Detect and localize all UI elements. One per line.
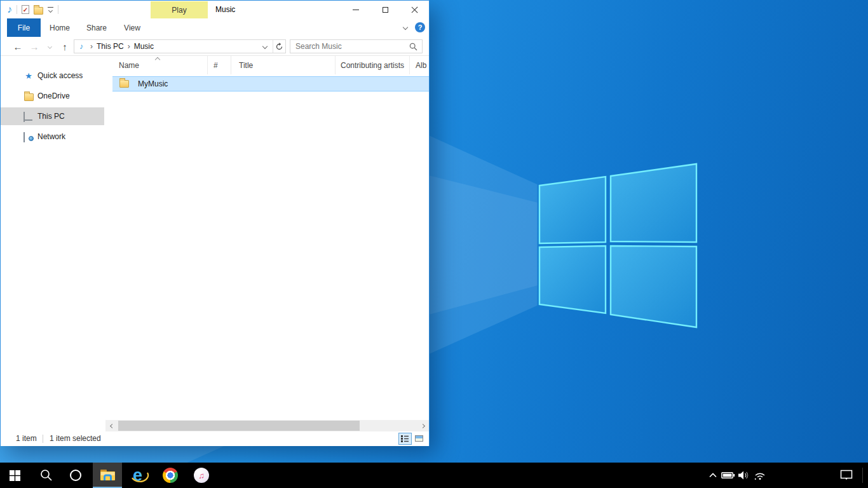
address-dropdown-icon[interactable] (257, 40, 273, 53)
sidebar-item-label: OneDrive (37, 92, 70, 100)
tab-file[interactable]: File (7, 18, 41, 37)
desktop: ♪ ✓ Play Music File Home Share Vi (0, 0, 868, 488)
sidebar-item-onedrive[interactable]: OneDrive (1, 87, 104, 105)
forward-icon: → (27, 37, 41, 56)
speaker-icon (738, 470, 749, 480)
scrollbar-thumb[interactable] (118, 421, 360, 431)
customize-qat-dropdown-icon[interactable] (48, 7, 53, 12)
refresh-icon[interactable] (273, 40, 285, 53)
search-input[interactable] (290, 42, 409, 51)
battery-tray-button[interactable] (721, 463, 736, 488)
network-tray-button[interactable] (752, 463, 768, 488)
back-icon[interactable]: ← (11, 37, 25, 56)
close-icon (411, 6, 418, 13)
column-header-contributing-artists[interactable]: Contributing artists (336, 56, 410, 74)
column-label: Contributing artists (341, 61, 404, 70)
internet-explorer-icon: e (130, 466, 149, 485)
search-box[interactable] (290, 39, 423, 53)
navigation-bar: ← → ↑ ♪ › This PC › Music (1, 37, 429, 56)
items-count: 1 item (16, 431, 37, 446)
recent-locations-icon[interactable] (44, 37, 55, 56)
sidebar-item-network[interactable]: Network (1, 128, 104, 146)
breadcrumb-this-pc[interactable]: This PC (97, 42, 124, 51)
maximize-icon (383, 7, 388, 13)
show-desktop-button[interactable] (862, 468, 863, 483)
breadcrumb-chevron-icon: › (128, 42, 130, 51)
status-bar: 1 item 1 item selected (1, 431, 429, 446)
column-label: Alb (416, 61, 426, 70)
file-explorer-icon (99, 468, 116, 482)
minimize-button[interactable] (341, 1, 370, 18)
separator (17, 5, 17, 14)
column-header-title[interactable]: Title (231, 56, 336, 74)
window-title: Music (215, 1, 235, 18)
chrome-icon (163, 468, 178, 483)
column-label: Name (119, 61, 139, 70)
file-name: MyMusic (138, 79, 168, 88)
chevron-up-icon (709, 471, 717, 479)
tab-home[interactable]: Home (45, 18, 74, 37)
chrome-button[interactable] (156, 463, 185, 488)
details-view-button[interactable] (398, 433, 412, 445)
minimize-icon (353, 10, 359, 10)
search-icon[interactable] (409, 43, 417, 51)
column-headers: Name # Title Contributing artists Alb (105, 56, 429, 74)
sidebar-item-label: This PC (37, 112, 65, 121)
scroll-left-icon[interactable] (107, 420, 117, 431)
file-explorer-window: ♪ ✓ Play Music File Home Share Vi (0, 0, 430, 446)
navigation-pane: ★ Quick access OneDrive This PC (1, 56, 105, 431)
properties-icon[interactable]: ✓ (22, 5, 29, 14)
up-icon[interactable]: ↑ (58, 37, 72, 56)
title-bar[interactable]: ♪ ✓ Play Music (1, 1, 429, 18)
volume-tray-button[interactable] (736, 463, 751, 488)
window-controls (341, 1, 429, 18)
close-button[interactable] (400, 1, 429, 18)
battery-icon (721, 471, 735, 480)
cortana-circle-icon (69, 469, 82, 482)
maximize-button[interactable] (370, 1, 400, 18)
search-icon (40, 469, 53, 482)
quick-access-star-icon: ★ (24, 71, 34, 81)
sidebar-item-quick-access[interactable]: ★ Quick access (1, 67, 104, 85)
start-button[interactable] (0, 463, 29, 488)
itunes-button[interactable]: ♫ (187, 463, 216, 488)
window-body: ★ Quick access OneDrive This PC (1, 56, 429, 431)
scroll-right-icon[interactable] (417, 420, 428, 431)
separator (43, 435, 43, 443)
cortana-button[interactable] (61, 463, 90, 488)
large-icons-view-icon (415, 435, 423, 442)
collapse-ribbon-icon[interactable] (403, 25, 408, 30)
action-center-button[interactable] (837, 463, 855, 488)
sidebar-item-label: Network (37, 132, 65, 141)
column-header-name[interactable]: Name (105, 56, 208, 74)
breadcrumb-music[interactable]: Music (134, 42, 154, 51)
file-explorer-taskbar-button[interactable] (93, 463, 122, 488)
new-folder-icon[interactable] (34, 7, 43, 15)
wifi-icon (754, 470, 766, 480)
tab-view[interactable]: View (118, 18, 147, 37)
show-hidden-icons-button[interactable] (707, 463, 719, 488)
windows-start-icon (10, 470, 20, 481)
onedrive-folder-icon (24, 92, 34, 101)
taskbar-search-button[interactable] (32, 463, 61, 488)
location-music-icon: ♪ (79, 42, 83, 51)
column-label: Title (239, 61, 253, 70)
column-header-number[interactable]: # (208, 56, 231, 74)
ribbon-group-play[interactable]: Play (151, 1, 208, 19)
column-header-album[interactable]: Alb (410, 56, 429, 74)
help-icon[interactable]: ? (415, 22, 425, 32)
tab-share[interactable]: Share (82, 18, 111, 37)
address-bar[interactable]: ♪ › This PC › Music (74, 39, 286, 53)
separator (58, 5, 58, 14)
network-icon (24, 133, 34, 141)
file-row-mymusic[interactable]: MyMusic (112, 76, 429, 92)
ribbon-tab-row: File Home Share View Music Tools ? (1, 18, 429, 37)
internet-explorer-button[interactable]: e (125, 463, 154, 488)
quick-access-toolbar: ♪ ✓ (7, 1, 58, 18)
sort-ascending-icon (155, 57, 160, 62)
sidebar-item-this-pc[interactable]: This PC (1, 107, 104, 125)
taskbar: e ♫ (0, 463, 868, 488)
large-icons-view-button[interactable] (413, 433, 425, 444)
app-music-icon: ♪ (7, 4, 12, 15)
horizontal-scrollbar[interactable] (105, 420, 429, 431)
